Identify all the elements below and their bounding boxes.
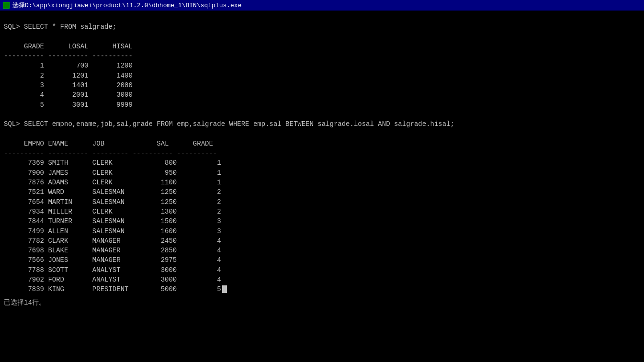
cursor	[222, 285, 227, 293]
query2-line: SQL> SELECT empno,ename,job,sal,grade FR…	[4, 120, 454, 128]
title-bar-icon	[3, 2, 10, 9]
footer-text: 已选择14行。	[0, 296, 644, 309]
terminal: SQL> SELECT * FROM salgrade; GRADE LOSAL…	[0, 11, 644, 296]
salgrade-table: GRADE LOSAL HISAL ---------- ---------- …	[4, 43, 133, 109]
emp-table: EMPNO ENAME JOB SAL GRADE ---------- ---…	[4, 140, 227, 293]
query1-line: SQL> SELECT * FROM salgrade;	[4, 23, 116, 31]
title-bar: 选择D:\app\xiongjiawei\product\11.2.0\dbho…	[0, 0, 644, 11]
title-bar-text: 选择D:\app\xiongjiawei\product\11.2.0\dbho…	[12, 1, 241, 10]
